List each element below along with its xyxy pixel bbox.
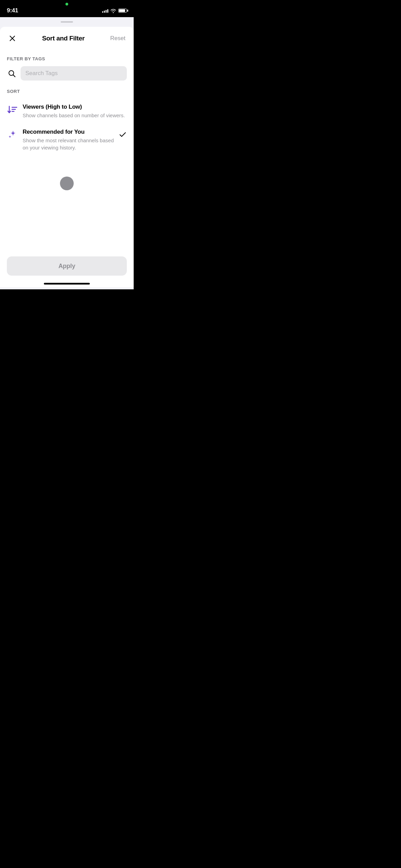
filter-section-label: FILTER BY TAGS bbox=[7, 56, 127, 61]
sheet-handle-area bbox=[0, 17, 134, 27]
status-bar: 9:41 bbox=[0, 0, 134, 17]
viewers-item-title: Viewers (High to Low) bbox=[23, 104, 127, 110]
sheet-content: FILTER BY TAGS SORT bbox=[0, 56, 134, 190]
sort-item-recommended[interactable]: Recommended for You Show the most releva… bbox=[7, 124, 127, 156]
sort-filter-sheet: Sort and Filter Reset FILTER BY TAGS bbox=[0, 27, 134, 287]
home-indicator bbox=[44, 283, 90, 285]
phone-frame: 9:41 bbox=[0, 0, 134, 289]
green-dot bbox=[65, 3, 68, 5]
viewers-item-text: Viewers (High to Low) Show channels base… bbox=[23, 104, 127, 119]
signal-bars-icon bbox=[102, 9, 108, 13]
recommended-item-text: Recommended for You Show the most releva… bbox=[23, 129, 114, 151]
sort-section-label: SORT bbox=[7, 89, 127, 94]
recommended-item-desc: Show the most relevant channels based on… bbox=[23, 137, 114, 151]
sort-section: SORT bbox=[7, 89, 127, 156]
sort-item-viewers[interactable]: Viewers (High to Low) Show channels base… bbox=[7, 99, 127, 124]
battery-icon bbox=[118, 9, 127, 13]
filter-tags-section: FILTER BY TAGS bbox=[7, 56, 127, 81]
viewers-sort-icon bbox=[7, 104, 18, 115]
viewers-item-desc: Show channels based on number of viewers… bbox=[23, 112, 127, 119]
recommended-icon bbox=[7, 129, 18, 140]
selected-checkmark bbox=[119, 131, 127, 139]
close-button[interactable] bbox=[7, 33, 18, 44]
search-icon-wrap bbox=[7, 69, 16, 78]
search-icon bbox=[8, 69, 16, 77]
search-tags-input[interactable] bbox=[21, 66, 127, 81]
loading-indicator bbox=[60, 177, 74, 190]
apply-area: Apply bbox=[0, 256, 134, 276]
status-icons bbox=[102, 9, 127, 13]
apply-button[interactable]: Apply bbox=[7, 256, 127, 276]
search-row bbox=[7, 66, 127, 81]
recommended-item-title: Recommended for You bbox=[23, 129, 114, 135]
svg-line-3 bbox=[13, 75, 15, 77]
sheet-title: Sort and Filter bbox=[42, 35, 85, 42]
sheet-handle bbox=[61, 21, 73, 23]
sheet-header: Sort and Filter Reset bbox=[0, 27, 134, 49]
status-time: 9:41 bbox=[7, 7, 18, 14]
wifi-icon bbox=[110, 9, 116, 13]
reset-button[interactable]: Reset bbox=[109, 34, 127, 43]
